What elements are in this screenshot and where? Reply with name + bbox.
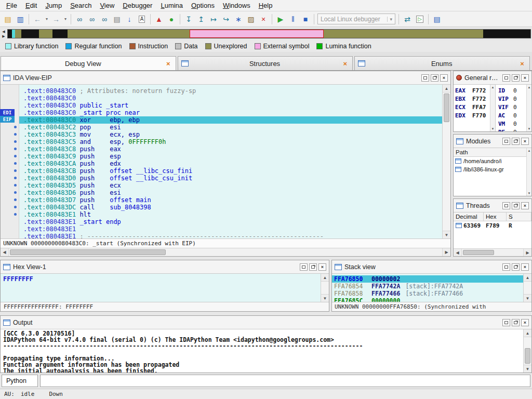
scroll-thumb[interactable] — [10, 249, 166, 255]
save-icon[interactable]: ▥ — [15, 14, 26, 25]
close-button[interactable]: × — [521, 319, 529, 326]
scroll-up-icon[interactable]: ▲ — [524, 329, 531, 337]
open-file-icon[interactable]: ▤ — [2, 14, 14, 25]
step-over-icon[interactable]: ↥ — [195, 14, 207, 25]
thread-row[interactable]: 63369F789R — [454, 221, 531, 230]
attach-process-icon[interactable]: ⇄ — [402, 14, 413, 25]
stack-row[interactable]: FFA76858FFA77466[stack]:FFA77466 — [332, 290, 523, 297]
navband-segment[interactable] — [15, 30, 21, 38]
back-icon[interactable]: ← — [32, 14, 43, 25]
pause-process-icon[interactable]: ‖ — [287, 14, 299, 25]
register-row[interactable]: EAXF772 — [455, 86, 490, 95]
breakpoint-dot[interactable] — [14, 191, 17, 194]
asm-line[interactable]: .text:080483E1 _start endp — [19, 218, 442, 225]
breakpoint-dot[interactable] — [14, 155, 17, 157]
asm-line[interactable]: .text:080483C8 push eax — [19, 145, 442, 153]
search-data-icon[interactable]: ∞ — [86, 14, 98, 25]
menu-view[interactable]: View — [96, 0, 118, 11]
close-button[interactable]: × — [521, 74, 529, 82]
register-row[interactable]: EDXF770 — [455, 111, 490, 119]
notepad-icon[interactable]: ▤ — [431, 14, 443, 25]
threads-header-s[interactable]: S — [507, 212, 531, 221]
scroll-up-icon[interactable]: ▲ — [528, 149, 531, 152]
restore-button[interactable] — [309, 263, 317, 271]
breakpoint-dot[interactable] — [14, 213, 17, 216]
stack-view-titlebar[interactable]: Stack view× — [332, 260, 531, 274]
menu-file[interactable]: File — [2, 0, 21, 11]
flag-row[interactable]: VM0 — [498, 119, 526, 128]
debugger-combo[interactable]: Local Linux debugger▾ — [317, 14, 395, 24]
breakpoint-dot[interactable] — [14, 162, 17, 165]
flag-row[interactable]: AC0 — [498, 111, 526, 119]
search-text-icon[interactable]: ∞ — [99, 14, 110, 25]
close-button[interactable]: × — [318, 263, 326, 271]
navband-right-icon[interactable]: ▶ — [2, 34, 5, 38]
cancel-icon[interactable]: × — [258, 14, 269, 25]
minimize-button[interactable] — [421, 74, 429, 82]
modules-list[interactable]: /home/aundro/i/lib/i386-linux-gr — [454, 157, 526, 196]
scroll-down-icon[interactable]: ▼ — [528, 192, 531, 195]
breakpoint-dot[interactable] — [14, 177, 17, 179]
output-vscrollbar[interactable]: ▲ ▼ — [523, 329, 531, 373]
scroll-thumb[interactable] — [463, 250, 494, 255]
scroll-right-icon[interactable]: ▶ — [442, 248, 450, 256]
search-code-icon[interactable]: ∞ — [74, 14, 85, 25]
stop-process-icon[interactable]: ■ — [300, 14, 311, 25]
stack-row[interactable]: FFA7685C00000000 — [332, 297, 523, 302]
scroll-down-icon[interactable]: ▼ — [321, 294, 329, 302]
asm-line[interactable]: .text:080483D7 push offset main — [19, 196, 442, 204]
scroll-track[interactable] — [462, 249, 523, 256]
registers-list[interactable]: EAXF772EBXF772ECXFFA7EDXF770 — [454, 85, 490, 131]
breakpoint-icon[interactable]: ▲ — [153, 14, 165, 25]
stack-row[interactable]: FFA76854FFA7742A[stack]:FFA7742A — [332, 283, 523, 290]
restore-button[interactable] — [512, 319, 520, 326]
navigation-band[interactable] — [7, 29, 531, 38]
forward-dropdown-icon[interactable]: ▾ — [63, 14, 68, 25]
disasm-code[interactable]: .text:080483C0 ; Attributes: noreturn fu… — [19, 85, 442, 238]
menu-debugger[interactable]: Debugger — [118, 0, 156, 11]
menu-windows[interactable]: Windows — [219, 0, 255, 11]
tab-enums[interactable]: Enums× — [354, 56, 530, 70]
tab-close-icon[interactable]: × — [164, 60, 172, 68]
asm-line[interactable]: .text:080483D5 push ecx — [19, 182, 442, 189]
navband-segment[interactable] — [190, 30, 324, 38]
asm-line[interactable]: .text:080483C0 ; Attributes: noreturn fu… — [19, 87, 442, 95]
breakpoint-dot[interactable] — [14, 169, 17, 172]
navband-left-icon[interactable]: ◀ — [2, 30, 5, 34]
threads-header-hex[interactable]: Hex — [484, 212, 507, 221]
modules-scrollbar[interactable]: ▲ ▼ — [526, 148, 531, 196]
enable-tracing-icon[interactable]: ● — [166, 14, 177, 25]
scroll-down-icon[interactable]: ▼ — [528, 127, 531, 130]
asm-line[interactable]: .text:080483CA push edx — [19, 160, 442, 167]
asm-line[interactable]: .text:080483C0 — [19, 95, 442, 102]
breakpoint-dot[interactable] — [14, 133, 17, 136]
breakpoint-dot[interactable] — [14, 148, 17, 150]
scroll-track[interactable] — [9, 248, 442, 256]
minimize-button[interactable] — [502, 74, 510, 82]
back-dropdown-icon[interactable]: ▾ — [44, 14, 49, 25]
navband-segment[interactable] — [68, 30, 190, 38]
asm-line[interactable]: .text:080483E1 ; -----------------------… — [19, 233, 442, 238]
minimize-button[interactable] — [502, 319, 510, 326]
breakpoint-dot[interactable] — [14, 206, 17, 208]
flag-row[interactable]: VIF0 — [498, 103, 526, 111]
menu-lumina[interactable]: Lumina — [156, 0, 187, 11]
asm-line[interactable]: .text:080483D0 push offset __libc_csu_in… — [19, 175, 442, 182]
minimize-button[interactable] — [502, 202, 510, 209]
scroll-right-icon[interactable]: ▶ — [523, 249, 531, 256]
register-row[interactable]: EBXF772 — [455, 95, 490, 103]
breakpoint-dot[interactable] — [14, 140, 17, 143]
navband-segment[interactable] — [52, 30, 67, 38]
menu-edit[interactable]: Edit — [21, 0, 41, 11]
close-button[interactable]: × — [521, 138, 529, 145]
scroll-down-icon[interactable]: ▼ — [443, 231, 450, 238]
breakpoint-dot[interactable] — [14, 198, 17, 201]
asm-line[interactable]: .text:080483C0 _start proc near — [19, 109, 442, 116]
module-row[interactable]: /lib/i386-linux-gr — [454, 165, 526, 174]
registers-titlebar[interactable]: General registers× — [454, 71, 531, 85]
scroll-up-icon[interactable]: ▲ — [524, 274, 531, 282]
asm-line[interactable]: .text:080483CB push offset __libc_csu_fi… — [19, 167, 442, 175]
disasm-gutter[interactable] — [1, 85, 19, 238]
asm-line[interactable]: .text:080483E1 — [19, 225, 442, 233]
module-row[interactable]: /home/aundro/i — [454, 157, 526, 165]
